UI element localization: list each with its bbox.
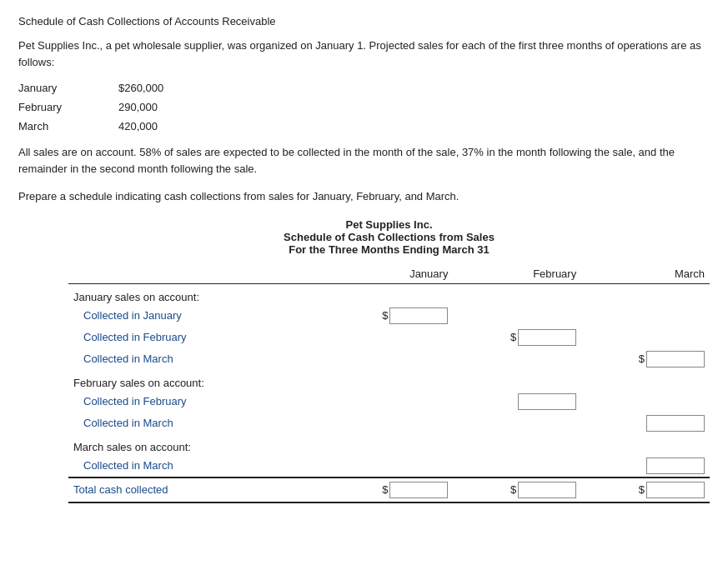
input-total-feb[interactable] [518,482,576,498]
section-jan: January sales on account: [68,283,710,305]
input-cell-jan-jan[interactable]: $ [325,305,454,327]
input-total-jan[interactable] [389,482,448,498]
input-cell-total-feb[interactable]: $ [453,478,581,502]
page-title: Schedule of Cash Collections of Accounts… [18,15,710,28]
empty-feb-feb-col3 [581,391,710,412]
col-header-mar: March [581,264,710,284]
input-mar-mar[interactable] [646,458,705,474]
schedule-table: January February March January sales on … [68,264,710,503]
row-jan-collected-feb: Collected in February $ [68,327,710,348]
empty-feb-mar-col1 [325,412,454,434]
section-feb: February sales on account: [68,370,710,391]
schedule-column-headers: January February March [68,264,710,284]
empty-jan-mar-col1 [325,348,454,370]
sales-amount-jan: $260,000 [118,82,163,94]
empty-jan-feb-col3 [581,327,710,348]
label-feb-collected-feb: Collected in February [68,391,325,412]
label-jan-collected-mar: Collected in March [68,348,325,370]
input-feb-feb[interactable] [518,393,576,410]
input-cell-mar-mar[interactable] [581,455,710,478]
input-cell-jan-mar[interactable]: $ [581,348,710,370]
note-text: All sales are on account. 58% of sales a… [18,144,710,177]
dollar-sign-3: $ [639,352,645,365]
row-mar-collected-mar: Collected in March [68,455,710,478]
empty-mar-mar-col2 [453,455,581,478]
input-cell-jan-feb[interactable]: $ [453,327,581,348]
sales-month-mar: March [18,120,118,132]
sales-month-jan: January [18,82,118,94]
empty-feb-mar-col2 [453,412,581,434]
sales-amount-mar: 420,000 [118,120,158,132]
sales-row-mar: March 420,000 [18,120,710,132]
input-total-mar[interactable] [646,482,705,498]
schedule-container: Pet Supplies Inc. Schedule of Cash Colle… [68,218,710,503]
input-jan-mar[interactable] [646,351,705,368]
label-jan-collected-jan: Collected in January [68,305,325,327]
row-jan-collected-jan: Collected in January $ [68,305,710,327]
schedule-title: Schedule of Cash Collections from Sales [68,231,710,243]
input-jan-jan[interactable] [389,308,448,324]
empty-mar-mar-col1 [325,455,454,478]
sales-row-feb: February 290,000 [18,101,710,113]
col-header-label [68,264,325,284]
label-mar-collected-mar: Collected in March [68,455,325,478]
dollar-sign-total-feb: $ [510,483,516,496]
input-jan-feb[interactable] [518,329,576,346]
total-row: Total cash collected $ $ $ [68,478,710,502]
empty-feb-feb-col1 [325,391,454,412]
empty-jan-mar-col2 [453,348,581,370]
empty-jan-feb [453,305,581,327]
empty-jan-mar [581,305,710,327]
total-label: Total cash collected [68,478,325,502]
row-feb-collected-feb: Collected in February [68,391,710,412]
section-mar: March sales on account: [68,434,710,455]
input-cell-feb-feb[interactable] [453,391,581,412]
col-header-feb: February [453,264,581,284]
label-feb-collected-mar: Collected in March [68,412,325,434]
dollar-sign-total-jan: $ [382,483,388,496]
jan-section-label: January sales on account: [68,283,710,305]
input-feb-mar[interactable] [646,415,705,432]
row-jan-collected-mar: Collected in March $ [68,348,710,370]
schedule-header: Pet Supplies Inc. Schedule of Cash Colle… [68,218,710,256]
dollar-sign-2: $ [510,331,516,343]
input-cell-total-jan[interactable]: $ [325,478,454,502]
row-feb-collected-mar: Collected in March [68,412,710,434]
dollar-sign-total-mar: $ [639,483,645,496]
feb-section-label: February sales on account: [68,370,710,391]
company-name: Pet Supplies Inc. [68,218,710,231]
label-jan-collected-feb: Collected in February [68,327,325,348]
sales-amount-feb: 290,000 [118,101,158,113]
sales-table: January $260,000 February 290,000 March … [18,82,710,132]
dollar-sign: $ [382,309,388,322]
input-cell-total-mar[interactable]: $ [581,478,710,502]
col-header-jan: January [325,264,454,284]
sales-row-jan: January $260,000 [18,82,710,94]
sales-month-feb: February [18,101,118,113]
empty-jan-feb-col1 [325,327,454,348]
mar-section-label: March sales on account: [68,434,710,455]
input-cell-feb-mar[interactable] [581,412,710,434]
intro-text: Pet Supplies Inc., a pet wholesale suppl… [18,38,710,70]
prepare-text: Prepare a schedule indicating cash colle… [18,188,710,205]
schedule-period: For the Three Months Ending March 31 [68,243,710,256]
